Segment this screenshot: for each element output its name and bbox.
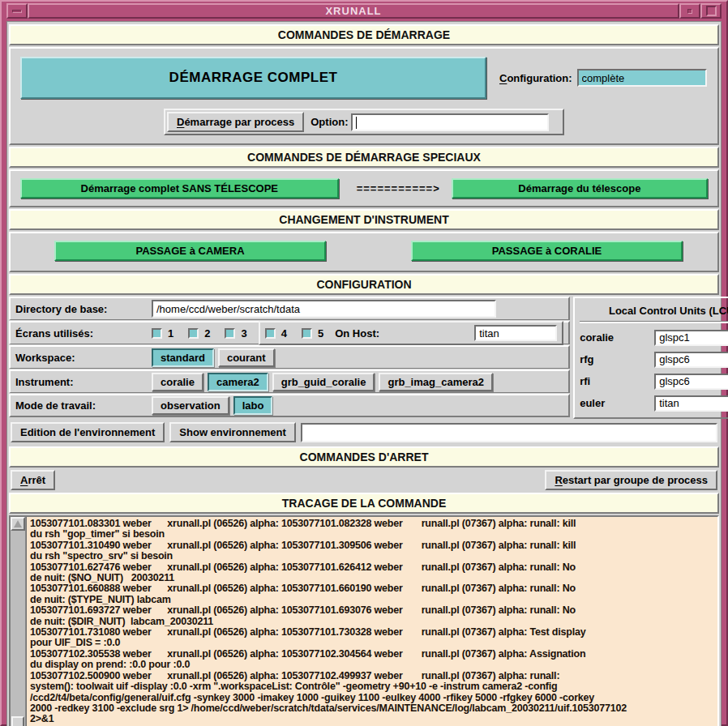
toggle-standard[interactable]: standard xyxy=(152,348,214,367)
process-row: Démarrage par process Option: xyxy=(164,109,564,135)
trace-line: system(): toolwait uif -display :0.0 -xr… xyxy=(30,681,714,692)
scroll-up-icon xyxy=(14,520,22,527)
lcu-row-euler: euler xyxy=(580,392,728,414)
on-host-input[interactable] xyxy=(474,325,557,341)
checkbox-screen-1[interactable]: 1 xyxy=(152,327,173,340)
checkbox-icon[interactable] xyxy=(225,328,235,339)
arrow-label: ===========> xyxy=(357,182,440,194)
lcu-row-coralie: coralie xyxy=(580,327,728,348)
passage-camera-button[interactable]: PASSAGE à CAMERA xyxy=(54,241,326,261)
trace-log[interactable]: 1053077101.083301 weber xrunall.pl (0652… xyxy=(26,517,717,726)
checkbox-screen-3[interactable]: 3 xyxy=(225,327,246,340)
trace-line: 1053077101.083301 weber xrunall.pl (0652… xyxy=(30,519,714,529)
lcu-table: coralierfgrfieuler xyxy=(580,327,728,414)
trace-line: 1053077102.305538 weber xrunall.pl (0652… xyxy=(30,649,714,660)
checkbox-icon[interactable] xyxy=(302,328,312,339)
option-input[interactable] xyxy=(351,113,549,131)
page-title: COMMANDES DE DÉMARRAGE xyxy=(9,24,719,45)
speciaux-title: COMMANDES DE DÉMARRAGE SPECIAUX xyxy=(9,147,719,168)
sans-telescope-button[interactable]: Démarrage complet SANS TÉLESCOPE xyxy=(20,178,339,199)
arret-button[interactable]: Arrêt xyxy=(11,470,55,490)
trace-line: 1053077101.660888 weber xrunall.pl (0652… xyxy=(30,583,714,594)
directory-label: Directory de base: xyxy=(15,303,152,315)
on-host-label: On Host: xyxy=(335,327,471,340)
speciaux-section: Démarrage complet SANS TÉLESCOPE =======… xyxy=(9,169,719,207)
screens-group-b: 45 xyxy=(265,327,335,340)
lcu-name: rfi xyxy=(580,375,654,387)
trace-line: 2>&1 xyxy=(30,714,714,724)
environment-row: Edition de l'environnement Show environn… xyxy=(9,420,719,446)
trace-line: 1053077101.731080 weber xrunall.pl (0652… xyxy=(30,627,714,638)
checkbox-screen-2[interactable]: 2 xyxy=(188,327,210,340)
toggle-camera2[interactable]: camera2 xyxy=(208,373,268,391)
vertical-scrollbar[interactable] xyxy=(11,517,26,726)
instrument-row: Instrument: coraliecamera2grb_guid_coral… xyxy=(9,369,570,393)
lcu-name: coralie xyxy=(580,331,654,344)
checkbox-screen-4[interactable]: 4 xyxy=(265,327,287,340)
lcu-input-euler[interactable] xyxy=(654,395,728,412)
ecrans-label: Écrans utilisés: xyxy=(15,327,152,340)
trace-line: du rsh "spectro_srv" si besoin xyxy=(30,551,714,562)
lcu-panel: Local Control Units (LCUs): coralierfgrf… xyxy=(573,297,728,419)
scroll-up-button[interactable] xyxy=(11,517,25,531)
demarrage-telescope-button[interactable]: Démarrage du télescope xyxy=(452,178,708,199)
toggle-grb_guid_coralie[interactable]: grb_guid_coralie xyxy=(272,373,375,391)
trace-line: 1053077101.310490 weber xrunall.pl (0652… xyxy=(30,540,714,551)
minimize-icon xyxy=(687,9,692,14)
checkbox-label: 2 xyxy=(204,327,210,340)
checkbox-label: 1 xyxy=(168,327,173,340)
client-area: COMMANDES DE DÉMARRAGE DÉMARRAGE COMPLET… xyxy=(6,21,722,726)
instrument-section: PASSAGE à CAMERA PASSAGE à CORALIE xyxy=(9,232,719,272)
instrument-title: CHANGEMENT D'INSTRUMENT xyxy=(9,209,719,230)
demarrage-complet-button[interactable]: DÉMARRAGE COMPLET xyxy=(20,57,486,99)
trace-line: du rsh "gop_timer" si besoin xyxy=(30,529,714,540)
environment-input[interactable] xyxy=(301,423,717,442)
checkbox-icon[interactable] xyxy=(152,328,162,339)
trace-line: de nuit: ($DIR_NUIT) labcam_20030211 xyxy=(30,617,714,627)
checkbox-label: 3 xyxy=(241,327,246,340)
checkbox-icon[interactable] xyxy=(265,328,276,339)
trace-line: de nuit: ($NO_NUIT) 20030211 xyxy=(30,573,714,583)
demarrage-section: DÉMARRAGE COMPLET Configuration: Démarra… xyxy=(9,47,719,145)
directory-input[interactable] xyxy=(152,300,496,318)
passage-coralie-button[interactable]: PASSAGE à CORALIE xyxy=(411,241,683,261)
lcu-input-rfg[interactable] xyxy=(654,352,728,368)
trace-section: 1053077101.083301 weber xrunall.pl (0652… xyxy=(9,515,719,726)
lcu-input-rfi[interactable] xyxy=(654,374,728,390)
titlebar[interactable]: XRUNALL xyxy=(6,3,722,19)
window-menu-button[interactable] xyxy=(6,3,28,19)
lcu-row-rfg: rfg xyxy=(580,348,728,370)
show-environnement-button[interactable]: Show environnement xyxy=(169,422,295,442)
checkbox-icon[interactable] xyxy=(188,328,199,339)
lcu-title: Local Control Units (LCUs): xyxy=(580,301,728,323)
trace-title: TRACAGE DE LA COMMANDE xyxy=(9,493,719,514)
workspace-toggle-group: standardcourant xyxy=(152,348,279,367)
vertical-scrollbar-thumb[interactable] xyxy=(11,716,24,726)
restart-button[interactable]: Restart par groupe de process xyxy=(545,470,717,490)
lcu-name: rfg xyxy=(580,353,654,365)
vertical-scrollbar-trough[interactable] xyxy=(11,531,25,716)
edition-environnement-button[interactable]: Edition de l'environnement xyxy=(11,422,165,442)
toggle-grb_imag_camera2[interactable]: grb_imag_camera2 xyxy=(379,373,493,391)
configuration-input[interactable] xyxy=(577,69,707,87)
trace-line: du display on prend: :0.0 pour :0.0 xyxy=(30,660,714,670)
toggle-observation[interactable]: observation xyxy=(152,396,229,415)
arret-title: COMMANDES D'ARRET xyxy=(9,446,719,468)
trace-line: 1053077101.693727 weber xrunall.pl (0652… xyxy=(30,605,714,616)
toggle-courant[interactable]: courant xyxy=(218,348,275,367)
toggle-coralie[interactable]: coralie xyxy=(152,373,203,391)
xrunall-window: XRUNALL COMMANDES DE DÉMARRAGE DÉMARRAGE… xyxy=(0,0,728,726)
toggle-labo[interactable]: labo xyxy=(233,396,273,415)
trace-line: de nuit: ($TYPE_NUIT) labcam xyxy=(30,595,714,605)
window-menu-icon xyxy=(12,10,22,13)
screens-group-b-frame: 45 On Host: xyxy=(259,321,563,345)
ecrans-row: Écrans utilisés: 123 45 On Host: xyxy=(9,321,570,344)
maximize-button[interactable] xyxy=(700,3,722,19)
lcu-input-coralie[interactable] xyxy=(654,330,728,346)
demarrage-par-process-button[interactable]: Démarrage par process xyxy=(167,112,304,132)
option-label: Option: xyxy=(310,116,348,128)
trace-main: 1053077101.083301 weber xrunall.pl (0652… xyxy=(26,517,717,726)
checkbox-screen-5[interactable]: 5 xyxy=(302,327,323,340)
configuration-label: Configuration: xyxy=(499,72,572,84)
minimize-button[interactable] xyxy=(679,3,700,19)
